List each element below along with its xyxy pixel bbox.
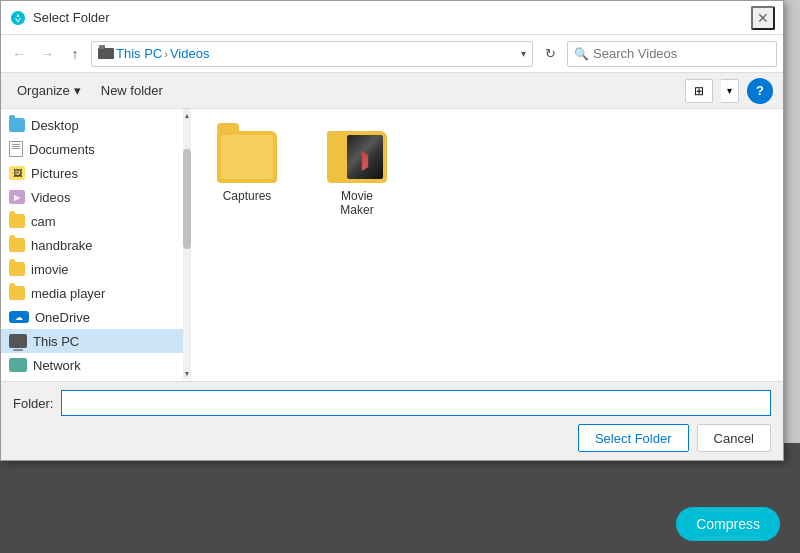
folder-input-row: Folder: [13, 390, 771, 416]
folder-input[interactable] [61, 390, 771, 416]
sidebar-item-label: media player [31, 286, 105, 301]
sidebar-item-label: Desktop [31, 118, 79, 133]
up-button[interactable]: ↑ [63, 42, 87, 66]
compress-button[interactable]: Compress [676, 507, 780, 541]
breadcrumb-root[interactable]: This PC [116, 46, 162, 61]
sidebar-item-cam[interactable]: cam [1, 209, 190, 233]
new-folder-button[interactable]: New folder [95, 79, 169, 103]
breadcrumb-current[interactable]: Videos [170, 46, 210, 61]
folder-yellow-icon [9, 214, 25, 228]
pictures-icon: 🖼 [9, 166, 25, 180]
refresh-button[interactable]: ↻ [537, 41, 563, 67]
scrollbar-down-arrow[interactable]: ▼ [183, 367, 191, 379]
folder-yellow-icon [9, 262, 25, 276]
forward-button[interactable]: → [35, 42, 59, 66]
sidebar-item-label: Documents [29, 142, 95, 157]
onedrive-icon: ☁ [9, 311, 29, 323]
sidebar-item-handbrake[interactable]: handbrake [1, 233, 190, 257]
file-area: Captures Movie Maker [191, 109, 783, 381]
network-icon [9, 358, 27, 372]
svg-rect-0 [98, 48, 114, 59]
search-wrap[interactable]: 🔍 [567, 41, 777, 67]
organize-button[interactable]: Organize ▾ [11, 79, 87, 103]
sidebar-item-label: imovie [31, 262, 69, 277]
select-folder-button[interactable]: Select Folder [578, 424, 689, 452]
breadcrumb-separator: › [164, 48, 168, 60]
breadcrumb-icon [98, 45, 114, 62]
thispc-icon [9, 334, 27, 348]
video-icon: ▶ [9, 190, 25, 204]
buttons-row: Select Folder Cancel [13, 424, 771, 452]
dialog-title: Select Folder [33, 10, 751, 25]
sidebar-item-network[interactable]: Network [1, 353, 190, 377]
sidebar-item-pictures[interactable]: 🖼 Pictures 📌 [1, 161, 190, 185]
search-input[interactable] [593, 46, 770, 61]
cancel-button[interactable]: Cancel [697, 424, 771, 452]
sidebar-item-imovie[interactable]: imovie [1, 257, 190, 281]
toolbar: Organize ▾ New folder ⊞ ▾ ? [1, 73, 783, 109]
sidebar-item-label: This PC [33, 334, 79, 349]
address-input-wrap[interactable]: This PC › Videos ▾ [91, 41, 533, 67]
sidebar-item-desktop[interactable]: Desktop 📌 [1, 113, 190, 137]
svg-rect-1 [99, 45, 105, 49]
select-folder-dialog: Select Folder ✕ ← → ↑ This PC › Videos ▾… [0, 0, 784, 461]
scrollbar-up-arrow[interactable]: ▲ [183, 109, 191, 121]
bottom-bar: Folder: Select Folder Cancel [1, 381, 783, 460]
close-button[interactable]: ✕ [751, 6, 775, 30]
new-folder-label: New folder [101, 83, 163, 98]
sidebar-item-label: OneDrive [35, 310, 90, 325]
sidebar-item-label: cam [31, 214, 56, 229]
address-dropdown-icon[interactable]: ▾ [521, 48, 526, 59]
view-icon[interactable]: ⊞ [685, 79, 713, 103]
breadcrumb: This PC › Videos [98, 45, 517, 62]
sidebar: Desktop 📌 Documents 📌 🖼 Pictures 📌 [1, 109, 191, 381]
sidebar-item-label: Pictures [31, 166, 78, 181]
sidebar-scrollbar-thumb[interactable] [183, 149, 191, 249]
document-icon [9, 141, 23, 157]
folder-movie-img [347, 135, 383, 179]
main-content: Desktop 📌 Documents 📌 🖼 Pictures 📌 [1, 109, 783, 381]
back-button[interactable]: ← [7, 42, 31, 66]
sidebar-item-thispc[interactable]: This PC [1, 329, 190, 353]
organize-arrow-icon: ▾ [74, 83, 81, 98]
title-bar: Select Folder ✕ [1, 1, 783, 35]
folder-thumbnail-movie-maker [327, 131, 387, 183]
folder-item-movie-maker[interactable]: Movie Maker [317, 125, 397, 223]
search-icon: 🔍 [574, 47, 589, 61]
sidebar-item-documents[interactable]: Documents 📌 [1, 137, 190, 161]
folder-label-text: Folder: [13, 396, 53, 411]
sidebar-item-media-player[interactable]: media player [1, 281, 190, 305]
folder-yellow-icon [9, 286, 25, 300]
folder-thumbnail-captures [217, 131, 277, 183]
folder-yellow-icon [9, 238, 25, 252]
view-dropdown-button[interactable]: ▾ [721, 79, 739, 103]
app-icon [9, 9, 27, 27]
folder-item-label: Captures [223, 189, 272, 203]
address-bar: ← → ↑ This PC › Videos ▾ ↻ 🔍 [1, 35, 783, 73]
sidebar-item-label: Videos [31, 190, 71, 205]
sidebar-scrollbar-track[interactable]: ▲ ▼ [183, 109, 191, 379]
folder-item-label: Movie Maker [323, 189, 391, 217]
organize-label: Organize [17, 83, 70, 98]
folder-blue-icon [9, 118, 25, 132]
sidebar-item-label: Network [33, 358, 81, 373]
folder-item-captures[interactable]: Captures [207, 125, 287, 209]
sidebar-item-onedrive[interactable]: ☁ OneDrive [1, 305, 190, 329]
help-button[interactable]: ? [747, 78, 773, 104]
sidebar-item-label: handbrake [31, 238, 92, 253]
sidebar-item-videos[interactable]: ▶ Videos 📌 [1, 185, 190, 209]
